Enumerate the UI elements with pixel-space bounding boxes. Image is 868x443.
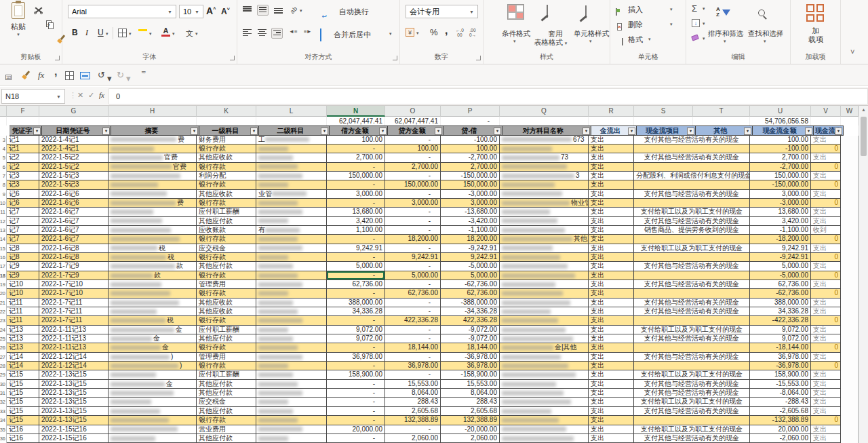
cell[interactable] <box>108 190 197 199</box>
cell[interactable] <box>841 380 859 389</box>
column-letter[interactable]: G <box>39 106 108 117</box>
grow-font-button[interactable]: A˄ <box>206 5 216 16</box>
cell[interactable]: 支出 <box>811 262 841 271</box>
cell[interactable]: 其他应付款 <box>197 407 256 416</box>
cell[interactable]: 支出 <box>589 343 634 352</box>
cell[interactable]: 银行存款 <box>197 416 256 425</box>
cell[interactable]: 销售商品、提供劳务收到的现金 <box>634 226 750 235</box>
column-letter[interactable]: L <box>256 106 327 117</box>
cell[interactable]: -1,100.00 <box>750 226 811 235</box>
sort-filter-button[interactable]: 排序和筛选 <box>707 29 745 39</box>
underline-chevron-icon[interactable]: ▾ <box>106 31 108 37</box>
cell[interactable]: 0 <box>811 416 841 425</box>
borders-button[interactable] <box>118 28 127 37</box>
cut-button[interactable] <box>34 5 43 15</box>
cell[interactable]: 支付其他与经营活动有关的现金 <box>634 307 750 316</box>
cell[interactable]: 记13 <box>7 334 39 343</box>
cell[interactable]: 支付其他与经营活动有关的现金 <box>634 434 750 443</box>
clear-eraser-icon[interactable] <box>691 35 699 41</box>
cell[interactable]: 记13 <box>7 326 39 334</box>
cell[interactable]: 税 <box>108 316 197 325</box>
cell[interactable]: 支出 <box>589 271 634 280</box>
row-number[interactable]: 35 <box>0 425 7 434</box>
cell[interactable]: 金 <box>108 334 197 343</box>
cell[interactable]: 支出 <box>589 416 634 425</box>
cell[interactable] <box>256 298 327 307</box>
cell[interactable] <box>108 307 197 316</box>
cell[interactable] <box>500 180 589 189</box>
row-number[interactable]: 13 <box>0 226 7 235</box>
filter-button[interactable]: ▾ <box>583 128 590 135</box>
copy-chevron-icon[interactable]: ▾ <box>47 22 50 28</box>
column-letter[interactable]: K <box>197 106 256 117</box>
align-middle-button[interactable] <box>257 5 269 16</box>
row-number[interactable] <box>0 117 7 126</box>
cell[interactable]: 分配股利、利润或偿付利息支付的现金 <box>634 172 750 180</box>
cell[interactable] <box>500 217 589 226</box>
cell[interactable]: 2022-1-6记7 <box>39 208 108 216</box>
cell[interactable]: 158,900.00 <box>327 370 385 379</box>
cell[interactable] <box>841 398 859 406</box>
cell[interactable] <box>256 343 327 352</box>
filter-button[interactable]: ▾ <box>33 128 41 135</box>
cell[interactable]: 673 <box>500 136 589 145</box>
cell[interactable]: 2022-1-13记15 <box>39 398 108 406</box>
cell[interactable]: 支出 <box>589 425 634 434</box>
cell[interactable]: 支付其他与经营活动有关的现金 <box>634 407 750 416</box>
row-number[interactable]: 33 <box>0 407 7 416</box>
cell[interactable]: 18,200.00 <box>441 235 500 244</box>
cell[interactable]: 支出 <box>589 163 634 172</box>
cell[interactable]: 2022-1-13记15 <box>39 370 108 379</box>
row-number[interactable]: 28 <box>0 362 7 370</box>
cell[interactable]: 银行存款 <box>197 362 256 370</box>
cell[interactable]: 支付其他与经营活动有关的现金 <box>634 136 750 145</box>
cell[interactable]: -36,978.00 <box>750 362 811 370</box>
cell[interactable] <box>841 434 859 443</box>
cell[interactable]: 2022-1-13记15 <box>39 380 108 389</box>
cell[interactable] <box>108 298 197 307</box>
cell[interactable]: 2022-1-11记13 <box>39 334 108 343</box>
filter-button[interactable]: ▾ <box>744 128 751 135</box>
phonetic-chevron-icon[interactable]: ▾ <box>195 31 198 37</box>
row-number[interactable]: 8 <box>0 180 7 189</box>
cell[interactable]: 支付其他与经营活动有关的现金 <box>634 389 750 398</box>
cell[interactable] <box>841 307 859 316</box>
cell[interactable]: 9,242.91 <box>441 253 500 262</box>
cell[interactable]: 支出 <box>811 434 841 443</box>
scrollbar-thumb[interactable] <box>861 117 867 156</box>
cell[interactable]: - <box>327 235 385 244</box>
cell[interactable]: 金|其他 <box>500 343 589 352</box>
italic-button[interactable]: I <box>85 28 88 38</box>
cell[interactable]: 支出 <box>811 136 841 145</box>
cell[interactable]: 3,000.00 <box>441 199 500 208</box>
cell[interactable]: 支付给职工以及为职工支付的现金 <box>634 326 750 334</box>
row-number[interactable] <box>0 126 9 136</box>
cell[interactable]: 支出 <box>589 370 634 379</box>
redo-chevron-icon[interactable]: ▾ <box>126 73 131 83</box>
cell[interactable]: 18,144.00 <box>441 343 500 352</box>
cell[interactable] <box>841 253 859 262</box>
row-number[interactable]: 3 <box>0 136 7 145</box>
filter-button[interactable]: ▾ <box>687 128 694 135</box>
cell[interactable]: 9,072.00 <box>750 326 811 334</box>
cell[interactable]: 支出 <box>589 217 634 226</box>
column-header[interactable]: 现金流项目▾ <box>637 126 696 136</box>
cell[interactable] <box>108 416 197 425</box>
cell[interactable] <box>256 389 327 398</box>
cell[interactable] <box>500 163 589 172</box>
cell[interactable]: 150,000.00 <box>327 172 385 180</box>
column-letter[interactable]: F <box>7 106 39 117</box>
cell[interactable] <box>256 416 327 425</box>
cell[interactable]: 记15 <box>7 407 39 416</box>
cell[interactable]: 62,736.00 <box>327 280 385 289</box>
cell[interactable]: 支出 <box>589 334 634 343</box>
cell[interactable]: - <box>385 307 441 316</box>
row-number[interactable]: 29 <box>0 370 7 379</box>
cell[interactable]: -18,200.00 <box>750 235 811 244</box>
font-color-button[interactable]: A <box>161 27 170 37</box>
cell[interactable]: 0 <box>811 289 841 298</box>
cell[interactable]: 其他应 <box>500 235 589 244</box>
delete-chevron-icon[interactable]: ▾ <box>670 22 673 27</box>
format-painter-icon[interactable] <box>22 71 31 80</box>
cell[interactable]: 3,000.00 <box>327 190 385 199</box>
